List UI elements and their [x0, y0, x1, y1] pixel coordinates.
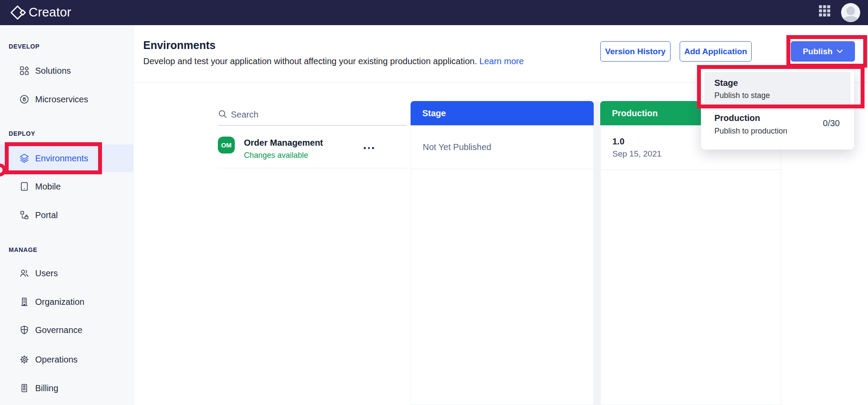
users-icon [19, 268, 30, 278]
left-sidebar: DEVELOP Solutions Microservices [0, 25, 134, 405]
menu-item-production[interactable]: Production Publish to production 0/30 [704, 109, 851, 146]
sidebar-item-label: Environments [35, 154, 88, 163]
microservices-icon [19, 94, 30, 105]
avatar-torso [843, 16, 858, 22]
sidebar-item-solutions[interactable]: Solutions [0, 64, 134, 77]
avatar-head [846, 7, 855, 15]
app-search [218, 108, 407, 126]
organization-icon [19, 297, 30, 307]
app-avatar: OM [218, 137, 235, 154]
app-status-changes-available: Changes available [244, 151, 308, 160]
column-gap [594, 101, 600, 405]
sidebar-item-organization[interactable]: Organization [0, 295, 134, 308]
stage-cell: Not Yet Published [411, 125, 593, 169]
sidebar-item-microservices[interactable]: Microservices [0, 93, 134, 106]
search-icon [218, 109, 227, 119]
search-input[interactable] [231, 108, 400, 121]
sidebar-item-label: Microservices [35, 95, 88, 105]
sidebar-item-label: Operations [35, 355, 78, 365]
environments-icon [19, 153, 30, 163]
sidebar-item-billing[interactable]: Billing [0, 382, 134, 395]
page-description: Develop and test your application withou… [143, 56, 524, 66]
creator-environments-page: Creator DEVELOP [0, 0, 868, 405]
apps-grid-icon[interactable] [819, 5, 830, 16]
creator-logo-icon [10, 5, 27, 22]
learn-more-link[interactable]: Learn more [480, 56, 524, 66]
menu-item-production-subtitle: Publish to production [714, 127, 787, 136]
sidebar-item-mobile[interactable]: Mobile [0, 180, 134, 193]
more-options-icon[interactable] [361, 144, 377, 152]
sidebar-item-label: Solutions [35, 66, 71, 76]
section-deploy: DEPLOY [9, 130, 35, 137]
sidebar-item-portal[interactable]: Portal [0, 209, 134, 222]
solutions-icon [19, 65, 30, 76]
sidebar-item-operations[interactable]: Operations [0, 353, 134, 366]
stage-column-header: Stage [411, 101, 594, 125]
version-history-button[interactable]: Version History [600, 41, 671, 62]
sidebar-item-label: Mobile [35, 182, 61, 192]
operations-icon [19, 354, 30, 365]
mobile-icon [19, 181, 30, 192]
sidebar-item-label: Organization [35, 297, 84, 307]
sidebar-item-label: Users [35, 268, 58, 278]
publish-button-label: Publish [803, 47, 833, 56]
description-text: Develop and test your application withou… [143, 56, 477, 66]
app-row-order-management[interactable]: OM Order Management Changes available [218, 136, 407, 168]
sidebar-item-governance[interactable]: Governance [0, 323, 134, 336]
top-navbar: Creator [0, 0, 868, 25]
menu-item-stage[interactable]: Stage Publish to stage [704, 72, 851, 105]
sidebar-item-environments[interactable]: Environments [0, 144, 134, 172]
stage-column: Stage Not Yet Published [411, 101, 594, 405]
menu-item-production-title: Production [714, 113, 760, 123]
sidebar-item-label: Governance [35, 325, 82, 335]
production-quota-badge: 0/30 [823, 118, 840, 128]
chevron-down-icon [837, 49, 843, 53]
publish-button[interactable]: Publish [791, 41, 855, 62]
section-develop: DEVELOP [9, 43, 39, 50]
governance-icon [19, 325, 30, 335]
publish-dropdown-menu: Stage Publish to stage Production Publis… [701, 69, 854, 150]
section-manage: MANAGE [9, 246, 37, 253]
portal-icon [19, 210, 30, 220]
stage-column-body: Not Yet Published [411, 125, 594, 405]
user-avatar[interactable] [841, 3, 860, 22]
billing-icon [19, 383, 30, 393]
sidebar-item-users[interactable]: Users [0, 267, 134, 280]
page-title: Environments [143, 39, 216, 52]
sidebar-item-label: Billing [35, 383, 58, 393]
production-publish-date: Sep 15, 2021 [612, 149, 781, 159]
production-column-body: 1.0 Sep 15, 2021 [600, 125, 781, 405]
search-underline [218, 125, 407, 126]
menu-item-stage-title: Stage [714, 78, 738, 88]
app-name: Order Management [244, 138, 323, 148]
menu-item-stage-subtitle: Publish to stage [714, 91, 770, 100]
sidebar-item-label: Portal [35, 210, 58, 220]
brand-title: Creator [29, 5, 71, 20]
add-application-button[interactable]: Add Application [680, 41, 752, 62]
